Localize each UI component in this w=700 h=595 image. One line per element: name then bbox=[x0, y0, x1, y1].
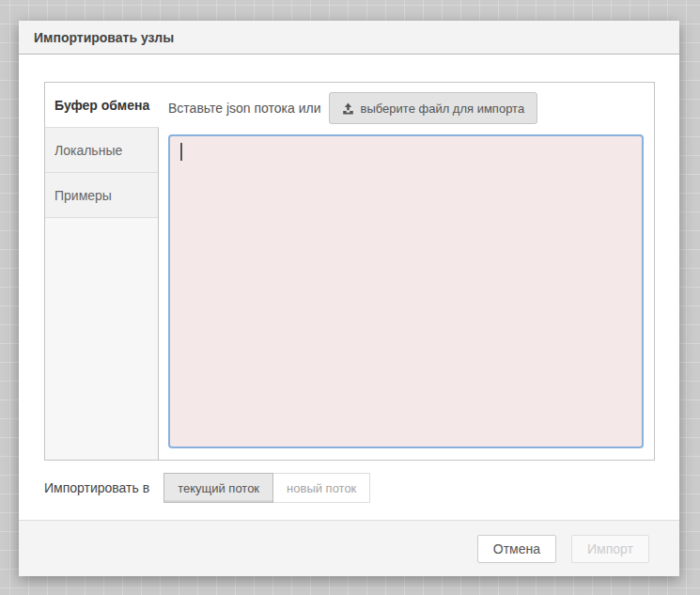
new-flow-toggle[interactable]: новый поток bbox=[273, 473, 370, 503]
tab-examples[interactable]: Примеры bbox=[45, 173, 158, 218]
text-caret bbox=[180, 143, 182, 161]
import-source-tabs: Буфер обмена Локальные Примеры bbox=[45, 83, 159, 460]
file-row: Вставьте json потока или выберите файл д… bbox=[168, 92, 644, 124]
import-box: Буфер обмена Локальные Примеры Вставьте … bbox=[44, 82, 655, 461]
tab-clipboard-label: Буфер обмена bbox=[54, 98, 149, 113]
dialog-footer: Отмена Импорт bbox=[19, 520, 679, 576]
workspace-background: { "dialog": { "title": "Импортировать уз… bbox=[0, 0, 700, 595]
select-file-button-label: выберите файл для импорта bbox=[361, 102, 525, 116]
clipboard-pane: Вставьте json потока или выберите файл д… bbox=[159, 83, 654, 460]
tab-clipboard[interactable]: Буфер обмена bbox=[45, 83, 159, 128]
flow-json-field-wrap bbox=[168, 134, 644, 448]
tab-examples-label: Примеры bbox=[54, 188, 112, 203]
cancel-button[interactable]: Отмена bbox=[477, 535, 556, 563]
flow-json-textarea[interactable] bbox=[170, 136, 642, 446]
import-target-label: Импортировать в bbox=[44, 480, 149, 495]
dialog-title: Импортировать узлы bbox=[34, 30, 174, 45]
import-button[interactable]: Импорт bbox=[571, 535, 649, 563]
paste-json-label: Вставьте json потока или bbox=[168, 101, 321, 116]
import-target-row: Импортировать в текущий поток новый пото… bbox=[44, 473, 370, 503]
current-flow-toggle[interactable]: текущий поток bbox=[163, 473, 273, 503]
new-flow-toggle-label: новый поток bbox=[287, 481, 356, 495]
import-nodes-dialog: Импортировать узлы Буфер обмена Локальны… bbox=[19, 21, 679, 576]
current-flow-toggle-label: текущий поток bbox=[178, 481, 259, 495]
tab-local[interactable]: Локальные bbox=[45, 128, 158, 173]
dialog-header: Импортировать узлы bbox=[19, 21, 679, 55]
tab-local-label: Локальные bbox=[54, 143, 122, 158]
upload-icon bbox=[342, 102, 354, 115]
select-file-button[interactable]: выберите файл для импорта bbox=[329, 92, 538, 124]
import-target-toggle-group: текущий поток новый поток bbox=[163, 473, 370, 503]
